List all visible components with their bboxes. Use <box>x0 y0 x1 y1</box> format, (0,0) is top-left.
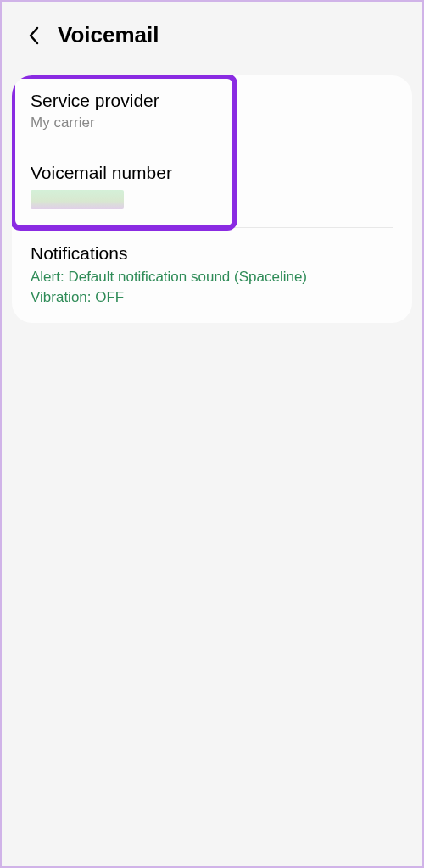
notifications-item[interactable]: Notifications Alert: Default notificatio… <box>12 228 412 323</box>
service-provider-item[interactable]: Service provider My carrier <box>12 75 412 147</box>
voicemail-number-item[interactable]: Voicemail number <box>12 147 412 227</box>
notifications-alert-line: Alert: Default notification sound (Space… <box>31 267 393 287</box>
notifications-title: Notifications <box>31 243 393 264</box>
service-provider-subtitle: My carrier <box>31 114 393 131</box>
back-icon[interactable] <box>25 27 42 44</box>
voicemail-number-redacted <box>31 190 124 209</box>
notifications-vibration-line: Vibration: OFF <box>31 287 393 308</box>
voicemail-number-title: Voicemail number <box>31 163 393 183</box>
settings-card: Service provider My carrier Voicemail nu… <box>12 75 412 323</box>
page-title: Voicemail <box>58 22 159 48</box>
page-header: Voicemail <box>2 2 422 65</box>
service-provider-title: Service provider <box>31 91 393 111</box>
